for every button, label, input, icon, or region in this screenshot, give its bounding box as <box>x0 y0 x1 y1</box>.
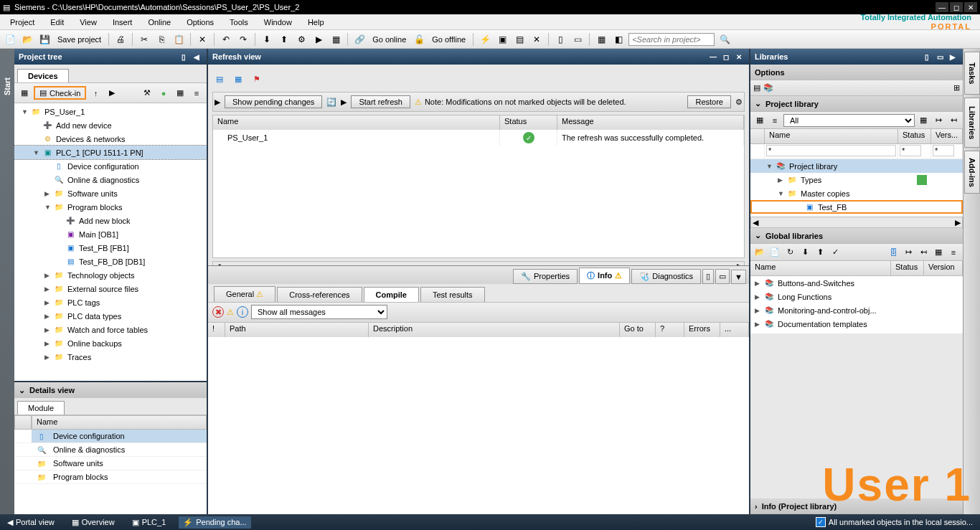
menu-tools[interactable]: Tools <box>222 16 255 29</box>
go-online-icon[interactable]: 🔗 <box>352 32 367 47</box>
rv-icon1[interactable]: ▤ <box>212 72 227 86</box>
start-refresh-button[interactable]: Start refresh <box>351 95 410 108</box>
open-project-icon[interactable]: 📂 <box>20 32 34 47</box>
simulate-icon[interactable]: ▶ <box>311 32 326 47</box>
pl-icon1[interactable]: ▦ <box>753 114 766 127</box>
opt-icon2[interactable]: 📚 <box>763 83 773 93</box>
info-collapse-icon[interactable]: ▼ <box>731 270 746 284</box>
opt-icon1[interactable]: ▤ <box>753 83 760 93</box>
pt-collapse-icon[interactable]: ◀ <box>191 51 202 62</box>
minimize-button[interactable]: — <box>936 2 948 12</box>
split-v-icon[interactable]: ▭ <box>570 32 585 47</box>
gl-icon8[interactable]: ↦ <box>902 246 915 259</box>
save-project-button[interactable]: Save project <box>55 35 104 44</box>
global-libraries-header[interactable]: ⌄ Global libraries <box>750 228 963 244</box>
upload-icon[interactable]: ⬆ <box>277 32 291 47</box>
tree-node-main-ob[interactable]: ▣Main [OB1] <box>14 227 207 241</box>
details-row-swunits[interactable]: 📁Software units <box>32 457 207 470</box>
tree-node-add-device[interactable]: ➕Add new device <box>14 118 207 132</box>
pt-pin-icon[interactable]: ▯ <box>178 51 189 62</box>
gl-icon11[interactable]: ≡ <box>947 246 960 259</box>
message-filter-select[interactable]: Show all messages <box>251 305 387 319</box>
paste-icon[interactable]: 📋 <box>171 32 186 47</box>
tree-node-plc-dtypes[interactable]: ▶📁PLC data types <box>14 309 207 323</box>
library-filter-select[interactable]: All <box>783 114 915 127</box>
details-header[interactable]: ⌄ Details view <box>14 382 207 398</box>
pt-network-icon[interactable]: ⚒ <box>140 86 154 100</box>
gl-node-3[interactable]: ▶📚Documentation templates <box>750 317 963 331</box>
details-row-devconfig[interactable]: ▯Device configuration <box>32 430 207 443</box>
pt-grid-icon[interactable]: ▦ <box>173 86 187 100</box>
maximize-button[interactable]: ◻ <box>950 2 963 12</box>
pl-icon2[interactable]: ≡ <box>768 114 781 127</box>
gl-icon10[interactable]: ▦ <box>932 246 945 259</box>
overview-item[interactable]: ▦Overview <box>67 516 119 529</box>
details-row-progblocks[interactable]: 📁Program blocks <box>32 470 207 484</box>
tree-node-test-fb[interactable]: ▣Test_FB [FB1] <box>14 241 207 255</box>
error-filter-icon[interactable]: ✖ <box>212 306 224 318</box>
tree-node-device-config[interactable]: ▯Device configuration <box>14 159 207 173</box>
lib-node-types[interactable]: ▶📁Types <box>750 173 963 186</box>
rv-refresh-icon[interactable]: 🔄 <box>326 98 336 107</box>
tree-node-watch-force[interactable]: ▶📁Watch and force tables <box>14 323 207 336</box>
gl-icon4[interactable]: ⬇ <box>798 246 811 259</box>
tool6-icon[interactable]: ◧ <box>611 32 626 47</box>
info-layout2-icon[interactable]: ▭ <box>715 269 730 284</box>
project-library-header[interactable]: ⌄ Project library <box>750 96 963 112</box>
restore-button[interactable]: Restore <box>687 95 731 108</box>
go-online-button[interactable]: Go online <box>369 35 409 44</box>
tree-node-plc-tags[interactable]: ▶📁PLC tags <box>14 295 207 309</box>
pt-play-icon[interactable]: ▶ <box>105 86 119 100</box>
opt-expand-icon[interactable]: ⊞ <box>953 83 960 93</box>
tree-node-online-backups[interactable]: ▶📁Online backups <box>14 336 207 350</box>
gl-icon2[interactable]: 📄 <box>768 246 781 259</box>
gl-icon9[interactable]: ↤ <box>917 246 930 259</box>
menu-project[interactable]: Project <box>3 16 42 29</box>
gl-icon3[interactable]: ↻ <box>783 246 796 259</box>
copy-icon[interactable]: ⎘ <box>154 32 169 47</box>
lib-layout1-icon[interactable]: ▯ <box>921 51 933 62</box>
pt-up-icon[interactable]: ↑ <box>88 86 103 100</box>
gl-icon1[interactable]: 📂 <box>753 246 766 259</box>
new-project-icon[interactable]: 📄 <box>3 32 17 47</box>
lib-collapse-icon[interactable]: ▶ <box>947 51 958 62</box>
go-offline-button[interactable]: Go offline <box>429 35 468 44</box>
pl-filter-vers[interactable] <box>933 145 954 156</box>
libraries-tab[interactable]: Libraries <box>964 98 980 148</box>
pl-filter-name[interactable] <box>766 145 896 156</box>
info-layout1-icon[interactable]: ▯ <box>702 269 714 284</box>
menu-help[interactable]: Help <box>301 16 331 29</box>
gl-node-0[interactable]: ▶📚Buttons-and-Switches <box>750 276 963 290</box>
go-offline-icon[interactable]: 🔓 <box>412 32 426 47</box>
portal-view-button[interactable]: ◀Portal view <box>3 516 59 529</box>
check-in-button[interactable]: ▤ Check-in <box>34 86 86 100</box>
subtab-test[interactable]: Test results <box>420 287 485 302</box>
device-icon[interactable]: ▦ <box>329 32 343 47</box>
gl-node-2[interactable]: ▶📚Monitoring-and-control-obj... <box>750 303 963 317</box>
pl-import-icon[interactable]: ↦ <box>932 114 945 127</box>
undo-icon[interactable]: ↶ <box>219 32 233 47</box>
info-filter-icon[interactable]: i <box>237 306 248 318</box>
pl-h-scroll[interactable]: ◀▶ <box>750 217 963 228</box>
tree-node-online-diag[interactable]: 🔍Online & diagnostics <box>14 173 207 186</box>
tree-node-program-blocks[interactable]: ▼📁Program blocks <box>14 200 207 214</box>
rv-min-icon[interactable]: — <box>707 51 719 62</box>
tool3-icon[interactable]: ▤ <box>512 32 527 47</box>
devices-tab[interactable]: Devices <box>17 69 69 82</box>
save-icon[interactable]: 💾 <box>37 32 52 47</box>
search-go-icon[interactable]: 🔍 <box>717 32 732 47</box>
project-tree[interactable]: ▼📁PS_User_1 ➕Add new device ⚙Devices & n… <box>14 103 207 381</box>
rv-close-icon[interactable]: ✕ <box>733 51 745 62</box>
gl-node-1[interactable]: ▶📚Long Functions <box>750 290 963 303</box>
details-row-diag[interactable]: 🔍Online & diagnostics <box>32 443 207 457</box>
pl-filter-status[interactable] <box>900 145 921 156</box>
tool5-icon[interactable]: ▦ <box>594 32 608 47</box>
menu-online[interactable]: Online <box>141 16 178 29</box>
tree-node-root[interactable]: ▼📁PS_User_1 <box>14 105 207 118</box>
tool4-icon[interactable]: ✕ <box>529 32 544 47</box>
start-tab[interactable]: Start <box>3 77 11 95</box>
lib-node-master-copies[interactable]: ▼📁Master copies <box>750 186 963 200</box>
tool2-icon[interactable]: ▣ <box>495 32 509 47</box>
lib-layout2-icon[interactable]: ▭ <box>934 51 946 62</box>
tab-info[interactable]: ⓘInfo⚠ <box>579 268 630 284</box>
